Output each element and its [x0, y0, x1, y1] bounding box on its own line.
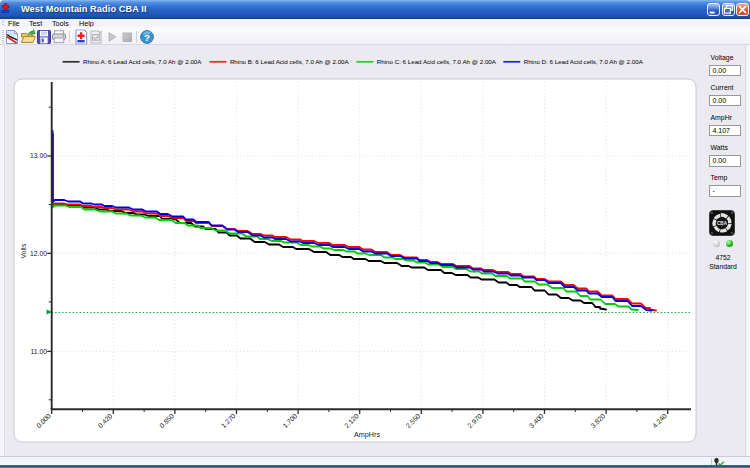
- svg-text:Rhino D: 6 Lead Acid cells, 7.: Rhino D: 6 Lead Acid cells, 7.0 Ah @ 2.0…: [524, 58, 644, 65]
- svg-text:Volts: Volts: [20, 243, 27, 258]
- svg-text:Rhino B: 6 Lead Acid cells, 7.: Rhino B: 6 Lead Acid cells, 7.0 Ah @ 2.0…: [230, 58, 350, 65]
- svg-text:AmpHrs: AmpHrs: [354, 430, 380, 439]
- svg-text:?: ?: [144, 32, 150, 43]
- svg-text:CBA: CBA: [717, 221, 728, 226]
- svg-text:Rhino C: 6 Lead Acid cells, 7.: Rhino C: 6 Lead Acid cells, 7.0 Ah @ 2.0…: [377, 58, 497, 65]
- svg-text:Rhino A: 6 Lead Acid cells, 7.: Rhino A: 6 Lead Acid cells, 7.0 Ah @ 2.0…: [83, 58, 202, 65]
- svg-text:11.00: 11.00: [30, 348, 47, 355]
- svg-text:12.00: 12.00: [30, 250, 47, 257]
- svg-text:13.00: 13.00: [30, 152, 47, 159]
